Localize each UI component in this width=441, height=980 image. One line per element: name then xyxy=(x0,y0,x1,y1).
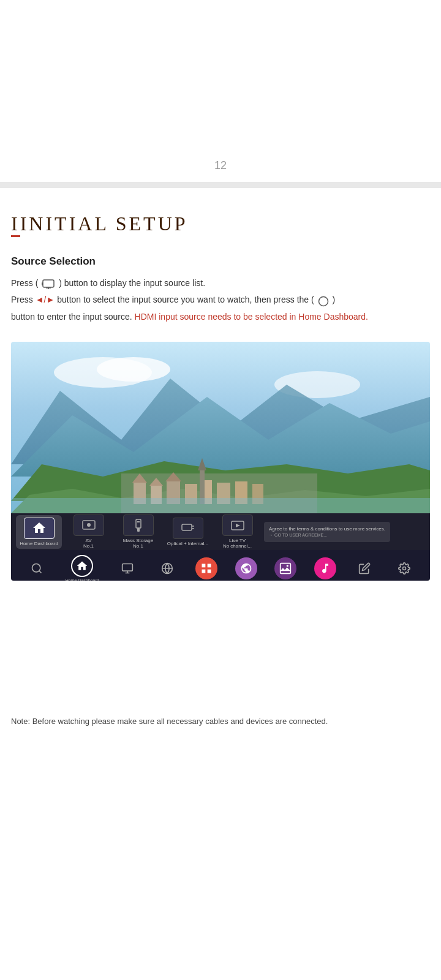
edit-nav-item[interactable] xyxy=(353,557,375,579)
music-nav-item[interactable] xyxy=(314,557,336,579)
svg-point-49 xyxy=(287,565,288,567)
svg-point-50 xyxy=(402,567,405,570)
svg-rect-46 xyxy=(208,570,211,573)
page-title: IINITIAL SETUP xyxy=(11,213,430,237)
svg-rect-40 xyxy=(123,564,133,571)
home-dashboard-source[interactable]: Home Dashboard xyxy=(16,515,62,549)
svg-point-38 xyxy=(32,564,40,572)
section-divider xyxy=(0,182,441,188)
ok-circle-icon xyxy=(318,294,329,307)
svg-marker-48 xyxy=(281,568,291,571)
svg-rect-0 xyxy=(43,280,54,287)
sources-bar: Home Dashboard AVNo.1 xyxy=(11,513,430,550)
home-nav-item[interactable]: Home Dashboard xyxy=(66,555,99,581)
mass-storage-source[interactable]: Mass StorageNo.1 xyxy=(115,514,161,549)
svg-marker-37 xyxy=(236,524,240,527)
note-text: Note: Before watching please make sure a… xyxy=(11,715,430,728)
apps-nav-item[interactable] xyxy=(195,557,217,579)
page-number: 12 xyxy=(214,159,227,172)
monitor-nav-item[interactable] xyxy=(116,557,138,579)
gallery-nav-item[interactable] xyxy=(274,557,296,579)
section-heading: Source Selection xyxy=(11,255,430,268)
instruction-2: Press ◄/► button to select the input sou… xyxy=(11,293,430,307)
svg-rect-27 xyxy=(11,498,430,513)
svg-rect-45 xyxy=(202,570,206,573)
instruction-3: button to enter the input source. HDMI i… xyxy=(11,310,430,323)
svg-rect-1 xyxy=(42,282,43,285)
svg-rect-33 xyxy=(182,524,192,530)
globe-nav-item[interactable] xyxy=(235,557,257,579)
av-source[interactable]: AVNo.1 xyxy=(66,514,111,549)
svg-rect-43 xyxy=(202,564,206,568)
instruction-1: Press ( ) button to display the input so… xyxy=(11,276,430,290)
svg-rect-30 xyxy=(136,519,141,528)
svg-rect-32 xyxy=(137,521,140,522)
tv-screenshot: Home Dashboard AVNo.1 xyxy=(11,342,430,581)
optical-source[interactable]: Optical + Internal... xyxy=(165,518,211,546)
svg-rect-44 xyxy=(208,564,211,568)
svg-point-29 xyxy=(87,523,91,527)
vr-nav-item[interactable] xyxy=(156,557,178,579)
svg-line-39 xyxy=(39,571,42,573)
svg-rect-31 xyxy=(137,528,140,532)
svg-rect-47 xyxy=(281,564,291,574)
settings-nav-item[interactable] xyxy=(393,557,415,579)
live-tv-source[interactable]: Live TVNo channel... xyxy=(214,514,260,549)
svg-point-4 xyxy=(318,296,328,306)
svg-point-7 xyxy=(97,357,170,382)
input-source-icon xyxy=(42,277,55,290)
agree-box: Agree to the terms & conditions to use m… xyxy=(264,522,390,542)
bottom-navigation-bar: Home Dashboard xyxy=(11,550,430,581)
search-nav-item[interactable] xyxy=(26,557,48,579)
